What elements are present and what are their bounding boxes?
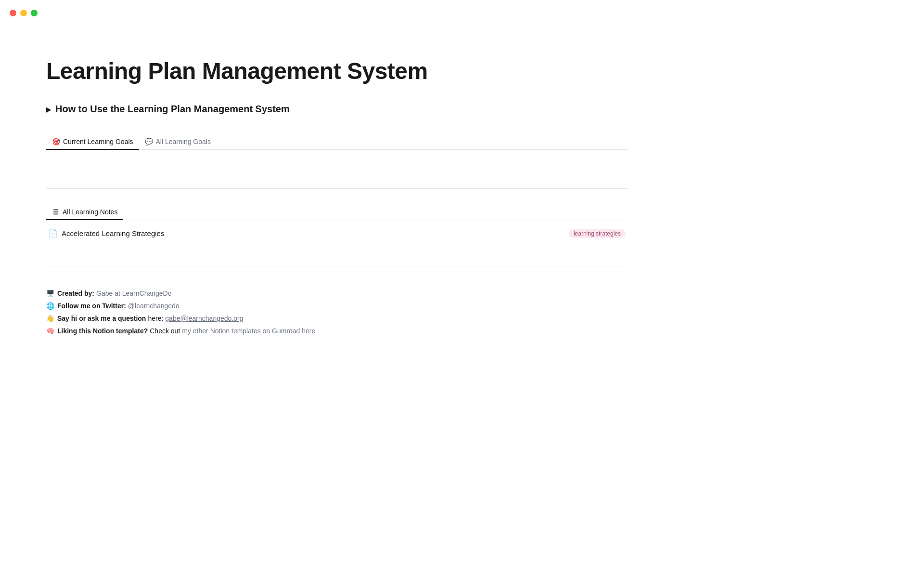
all-notes-label: All Learning Notes <box>63 208 117 216</box>
created-by-emoji: 🖥️ <box>46 289 54 297</box>
svg-rect-2 <box>53 211 54 212</box>
collapse-label: How to Use the Learning Plan Management … <box>55 104 290 115</box>
email-prefix: here: <box>148 315 163 322</box>
tab-all-learning-notes[interactable]: All Learning Notes <box>46 204 123 220</box>
twitter-emoji: 🌐 <box>46 302 54 310</box>
created-by-value: Gabe at LearnChangeDo <box>96 289 171 297</box>
tab-all-learning-goals[interactable]: 💬 All Learning Goals <box>139 134 217 149</box>
note-tag: learning strategies <box>569 229 626 238</box>
note-doc-icon: 📄 <box>48 229 58 238</box>
svg-rect-5 <box>54 214 59 215</box>
footer-created-by: 🖥️ Created by: Gabe at LearnChangeDo <box>46 289 628 297</box>
footer-divider <box>46 266 628 266</box>
goals-database-content <box>46 150 628 169</box>
current-goals-icon: 🎯 <box>52 138 60 145</box>
email-emoji: 👋 <box>46 315 54 322</box>
svg-rect-4 <box>53 214 54 215</box>
notes-tabs: All Learning Notes <box>46 204 628 220</box>
footer-twitter: 🌐 Follow me on Twitter: @learnchangedo <box>46 302 628 310</box>
page-title: Learning Plan Management System <box>46 58 628 84</box>
collapse-arrow: ▶ <box>46 105 51 113</box>
twitter-link[interactable]: @learnchangedo <box>128 302 180 310</box>
goals-tabs: 🎯 Current Learning Goals 💬 All Learning … <box>46 134 628 150</box>
gumroad-emoji: 🧠 <box>46 327 54 335</box>
traffic-lights <box>10 10 38 16</box>
notes-list: 📄 Accelerated Learning Strategies learni… <box>46 220 628 247</box>
note-left: 📄 Accelerated Learning Strategies <box>48 229 164 238</box>
divider-1 <box>46 188 628 189</box>
maximize-button[interactable] <box>31 10 38 16</box>
tab-current-learning-goals[interactable]: 🎯 Current Learning Goals <box>46 134 139 149</box>
gumroad-label: Liking this Notion template? <box>57 327 148 335</box>
footer-gumroad: 🧠 Liking this Notion template? Check out… <box>46 327 628 335</box>
note-title: Accelerated Learning Strategies <box>62 229 164 237</box>
gumroad-link[interactable]: my other Notion templates on Gumroad her… <box>182 327 315 335</box>
current-goals-label: Current Learning Goals <box>63 138 133 145</box>
footer-section: 🖥️ Created by: Gabe at LearnChangeDo 🌐 F… <box>46 282 628 335</box>
twitter-label: Follow me on Twitter: <box>57 302 126 310</box>
minimize-button[interactable] <box>20 10 27 16</box>
svg-rect-0 <box>53 210 54 210</box>
goals-database: 🎯 Current Learning Goals 💬 All Learning … <box>46 134 628 169</box>
footer-email: 👋 Say hi or ask me a question here: gabe… <box>46 315 628 322</box>
close-button[interactable] <box>10 10 16 16</box>
main-content: Learning Plan Management System ▶ How to… <box>0 0 674 368</box>
created-by-label: Created by: <box>57 289 94 297</box>
how-to-section[interactable]: ▶ How to Use the Learning Plan Managemen… <box>46 104 628 115</box>
notes-database: All Learning Notes 📄 Accelerated Learnin… <box>46 204 628 247</box>
email-label: Say hi or ask me a question <box>57 315 146 322</box>
all-goals-icon: 💬 <box>145 138 153 145</box>
gumroad-prefix: Check out <box>150 327 180 335</box>
svg-rect-3 <box>54 211 59 212</box>
notes-list-icon <box>52 208 60 216</box>
all-goals-label: All Learning Goals <box>156 138 211 145</box>
email-link[interactable]: gabe@learnchangedo.org <box>165 315 243 322</box>
svg-rect-1 <box>54 210 59 210</box>
note-row[interactable]: 📄 Accelerated Learning Strategies learni… <box>46 224 628 243</box>
